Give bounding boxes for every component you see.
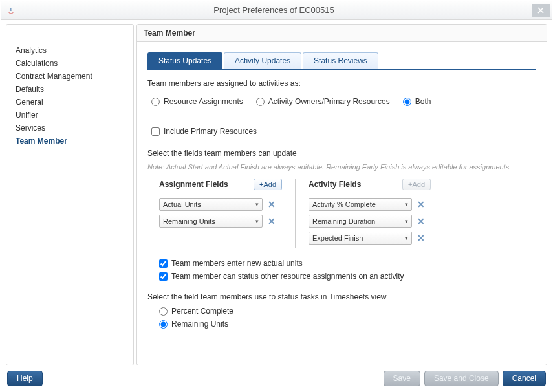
window-close-button[interactable] xyxy=(532,4,550,17)
window-body: Analytics Calculations Contract Manageme… xyxy=(1,20,552,368)
chevron-down-icon: ▾ xyxy=(405,201,408,208)
radio-percent-complete[interactable] xyxy=(159,307,168,316)
tab-status-updates[interactable]: Status Updates xyxy=(147,52,222,69)
activity-field-remove-1[interactable]: ✕ xyxy=(417,216,425,226)
tab-status-reviews[interactable]: Status Reviews xyxy=(303,52,378,69)
activity-field-select-2[interactable]: Expected Finish ▾ xyxy=(309,232,412,245)
sidebar-item-analytics[interactable]: Analytics xyxy=(13,44,127,57)
cancel-button[interactable]: Cancel xyxy=(503,371,546,386)
radio-activity-owners[interactable] xyxy=(256,98,265,106)
window-title: Project Preferences of EC00515 xyxy=(16,5,532,15)
sidebar-item-team-member[interactable]: Team Member xyxy=(13,135,127,147)
footer: Help Save Save and Close Cancel xyxy=(1,368,552,391)
activity-field-select-0[interactable]: Activity % Complete ▾ xyxy=(309,198,412,211)
chevron-down-icon: ▾ xyxy=(255,218,259,224)
sidebar-item-calculations[interactable]: Calculations xyxy=(13,57,127,70)
assignment-field-value-0: Actual Units xyxy=(163,201,201,208)
timesheet-intro: Select the field team members use to sta… xyxy=(147,292,536,301)
tab-activity-updates[interactable]: Activity Updates xyxy=(224,52,301,69)
help-button[interactable]: Help xyxy=(7,371,43,386)
assignment-field-remove-0[interactable]: ✕ xyxy=(268,199,276,210)
preferences-window: Project Preferences of EC00515 Analytics… xyxy=(0,0,553,392)
radio-remaining-units-label[interactable]: Remaining Units xyxy=(171,320,228,329)
sidebar: Analytics Calculations Contract Manageme… xyxy=(6,24,134,365)
activity-field-value-0: Activity % Complete xyxy=(312,201,376,208)
radio-both-label[interactable]: Both xyxy=(415,97,431,106)
radio-both[interactable] xyxy=(403,98,411,106)
checkbox-enter-new-units-label[interactable]: Team members enter new actual units xyxy=(171,259,303,268)
activity-field-value-1: Remaining Duration xyxy=(312,217,375,225)
chevron-down-icon: ▾ xyxy=(405,235,408,241)
activity-field-remove-2[interactable]: ✕ xyxy=(417,233,425,243)
save-and-close-button[interactable]: Save and Close xyxy=(424,371,499,386)
tabs: Status Updates Activity Updates Status R… xyxy=(147,52,536,70)
checkbox-status-other-label[interactable]: Team member can status other resource as… xyxy=(171,272,404,281)
assignment-field-value-1: Remaining Units xyxy=(163,217,215,225)
assignment-fields-add-button[interactable]: +Add xyxy=(254,179,282,190)
radio-remaining-units[interactable] xyxy=(159,320,168,329)
activity-fields-add-button[interactable]: +Add xyxy=(402,179,431,190)
checkbox-include-primary-label[interactable]: Include Primary Resources xyxy=(164,127,257,136)
content-body: Status Updates Activity Updates Status R… xyxy=(137,42,547,365)
assignment-fields-col: Assignment Fields +Add Actual Units ▾ ✕ xyxy=(159,179,295,248)
assignment-field-select-1[interactable]: Remaining Units ▾ xyxy=(159,215,263,228)
timesheet-block: Select the field team members use to sta… xyxy=(147,292,536,329)
checkbox-enter-new-units[interactable] xyxy=(159,259,168,268)
java-icon xyxy=(6,5,16,16)
assign-intro: Team members are assigned to activities … xyxy=(147,79,536,88)
save-button[interactable]: Save xyxy=(384,371,420,386)
sidebar-item-general[interactable]: General xyxy=(13,96,127,109)
sidebar-item-defaults[interactable]: Defaults xyxy=(13,83,127,96)
checkbox-include-primary[interactable] xyxy=(151,127,160,136)
activity-field-value-2: Expected Finish xyxy=(312,234,363,242)
radio-resource-assignments-label[interactable]: Resource Assignments xyxy=(164,97,243,106)
assignment-field-select-0[interactable]: Actual Units ▾ xyxy=(159,198,263,211)
activity-field-remove-0[interactable]: ✕ xyxy=(417,199,425,210)
titlebar: Project Preferences of EC00515 xyxy=(1,1,552,20)
sidebar-item-unifier[interactable]: Unifier xyxy=(13,109,127,122)
chevron-down-icon: ▾ xyxy=(255,201,259,208)
assignment-field-remove-1[interactable]: ✕ xyxy=(268,216,276,226)
chevron-down-icon: ▾ xyxy=(405,218,408,224)
content-header: Team Member xyxy=(137,25,547,42)
radio-percent-complete-label[interactable]: Percent Complete xyxy=(171,307,233,316)
content-panel: Team Member Status Updates Activity Upda… xyxy=(136,24,547,365)
fields-note: Note: Actual Start and Actual Finish are… xyxy=(147,163,536,171)
radio-resource-assignments[interactable] xyxy=(151,98,160,106)
activity-field-select-1[interactable]: Remaining Duration ▾ xyxy=(309,215,412,228)
fields-intro: Select the fields team members can updat… xyxy=(147,149,536,158)
fields-row: Assignment Fields +Add Actual Units ▾ ✕ xyxy=(159,179,536,248)
radio-activity-owners-label[interactable]: Activity Owners/Primary Resources xyxy=(268,97,390,106)
assign-radio-group: Resource Assignments Activity Owners/Pri… xyxy=(151,93,536,140)
activity-fields-header: Activity Fields xyxy=(309,180,361,189)
sidebar-item-contract-management[interactable]: Contract Management xyxy=(13,70,127,83)
checkbox-status-other[interactable] xyxy=(159,272,168,281)
checks-block: Team members enter new actual units Team… xyxy=(159,259,536,281)
assignment-fields-header: Assignment Fields xyxy=(159,180,228,189)
sidebar-item-services[interactable]: Services xyxy=(13,122,127,135)
activity-fields-col: Activity Fields +Add Activity % Complete… xyxy=(295,179,431,248)
